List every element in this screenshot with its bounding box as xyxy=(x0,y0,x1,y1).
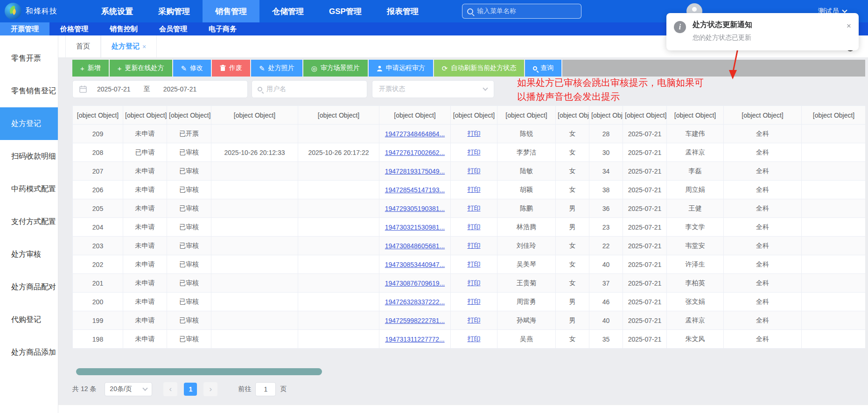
cell-remote-review: 未申请 xyxy=(123,311,167,330)
rx-number-link[interactable]: 194730853440947... xyxy=(385,261,445,268)
top-menu-item[interactable]: GSP管理 xyxy=(316,0,374,22)
username-input[interactable]: 用户名 xyxy=(252,80,367,98)
top-menu-item[interactable]: 销售管理 xyxy=(203,0,259,22)
tab-home[interactable]: 首页 xyxy=(65,35,101,57)
sidebar-item[interactable]: 中药模式配置 xyxy=(0,173,58,205)
tab-prescription-register[interactable]: 处方登记 × xyxy=(101,35,157,57)
sidebar-item[interactable]: 处方登记 xyxy=(0,107,58,140)
print-link[interactable]: 打印 xyxy=(468,260,481,268)
print-link[interactable]: 打印 xyxy=(468,186,481,193)
print-link[interactable]: 打印 xyxy=(468,167,481,175)
cell-audit-time xyxy=(298,162,379,181)
column-header: [object Object] xyxy=(73,106,123,125)
rx-photo-button[interactable]: ✎ 处方照片 xyxy=(251,60,302,77)
rx-number-link[interactable]: 194727348464864... xyxy=(385,130,445,138)
menu-search-input[interactable]: 输入菜单名称 xyxy=(462,4,581,19)
sidebar-item[interactable]: 处方审核 xyxy=(0,238,58,271)
rx-number-link[interactable]: 194730876709619... xyxy=(385,280,445,287)
invoice-status-select[interactable]: 开票状态 xyxy=(372,80,494,98)
sub-menu-item[interactable]: 电子商务 xyxy=(198,22,247,35)
print-link[interactable]: 打印 xyxy=(468,279,481,287)
scrollbar-thumb[interactable] xyxy=(76,368,322,375)
cell-sex: 女 xyxy=(556,255,589,274)
rx-number-link[interactable]: 194731311227772... xyxy=(385,336,444,343)
rx-number-link[interactable]: 194730848605681... xyxy=(385,242,445,250)
page-size-select[interactable]: 20条/页 xyxy=(105,382,152,396)
next-page-button[interactable]: › xyxy=(203,382,217,396)
close-icon[interactable]: × xyxy=(847,21,851,31)
sidebar-item[interactable]: 处方商品配对 xyxy=(0,271,58,303)
cell-apply-time: 2025-10-26 20:12:33 xyxy=(211,143,298,162)
sub-menu-item[interactable]: 价格管理 xyxy=(49,22,99,35)
top-menu-item[interactable]: 采购管理 xyxy=(146,0,203,22)
print-link[interactable]: 打印 xyxy=(468,148,481,156)
sidebar-item[interactable]: 扫码收款明细 xyxy=(0,140,58,173)
table-row[interactable]: 207 未申请 已审核 194728193175049... 打印 陆敏 女 3… xyxy=(73,162,866,181)
rx-number-link[interactable]: 194729305190381... xyxy=(385,205,445,212)
goto-page-input[interactable] xyxy=(255,382,276,396)
table-row[interactable]: 204 未申请 已审核 194730321530981... 打印 林浩腾 男 … xyxy=(73,218,866,237)
table-row[interactable]: 198 未申请 已审核 194731311227772... 打印 吴燕 女 3… xyxy=(73,330,866,349)
table-row[interactable]: 208 已申请 已审核 2025-10-26 20:12:33 2025-10-… xyxy=(73,143,866,162)
table-row[interactable]: 200 未申请 已审核 194726328337222... 打印 周雷勇 男 … xyxy=(73,293,866,311)
prev-page-button[interactable]: ‹ xyxy=(163,382,177,396)
print-link[interactable]: 打印 xyxy=(468,204,481,212)
notification-popup: i 处方状态更新通知 您的处方状态已更新 × xyxy=(666,13,859,50)
table-row[interactable]: 203 未申请 已审核 194730848605681... 打印 刘佳玲 女 … xyxy=(73,237,866,255)
cell-name: 吴美琴 xyxy=(497,255,556,274)
table-row[interactable]: 205 未申请 已审核 194729305190381... 打印 陈鹏 男 3… xyxy=(73,199,866,218)
sidebar-item[interactable]: 支付方式配置 xyxy=(0,205,58,238)
query-button[interactable]: 查询 xyxy=(525,60,561,77)
table-row[interactable]: 201 未申请 已审核 194730876709619... 打印 王贵菊 女 … xyxy=(73,274,866,293)
cell-sex: 女 xyxy=(556,237,589,255)
table-row[interactable]: 206 未申请 已审核 194728545147193... 打印 胡颖 女 3… xyxy=(73,181,866,199)
date-start-value[interactable]: 2025-07-21 xyxy=(97,85,131,93)
add-button[interactable]: + 新增 xyxy=(72,60,109,77)
table-row[interactable]: 199 未申请 已审核 194725998222781... 打印 孙斌海 男 … xyxy=(73,311,866,330)
print-link[interactable]: 打印 xyxy=(468,335,481,343)
cell-apply-time xyxy=(211,293,298,311)
edit-button[interactable]: ✎ 修改 xyxy=(173,60,211,77)
page-1-button[interactable]: 1 xyxy=(184,383,197,396)
rx-number-link[interactable]: 194726328337222... xyxy=(385,298,445,306)
cell-hospital xyxy=(802,330,866,349)
apply-remote-review-button[interactable]: 申请远程审方 xyxy=(369,60,433,77)
column-header: [object Object] xyxy=(451,106,497,125)
sub-menu-item[interactable]: 会员管理 xyxy=(148,22,198,35)
print-link[interactable]: 打印 xyxy=(468,242,481,249)
invoice-status-placeholder: 开票状态 xyxy=(379,85,405,93)
cell-department: 全科 xyxy=(724,199,802,218)
top-menu-item[interactable]: 报表管理 xyxy=(374,0,431,22)
cell-hospital xyxy=(802,311,866,330)
sidebar-item[interactable]: 处方商品添加 xyxy=(0,336,58,369)
review-scene-photo-button[interactable]: ◎ 审方场景照片 xyxy=(303,60,368,77)
print-link[interactable]: 打印 xyxy=(468,223,481,231)
cell-department: 全科 xyxy=(724,311,802,330)
cell-remote-review: 未申请 xyxy=(123,181,167,199)
date-end-value[interactable]: 2025-07-21 xyxy=(163,85,197,93)
print-link[interactable]: 打印 xyxy=(468,316,481,324)
table-row[interactable]: 202 未申请 已审核 194730853440947... 打印 吴美琴 女 … xyxy=(73,255,866,274)
top-menu-item[interactable]: 系统设置 xyxy=(89,0,146,22)
tab-close-icon[interactable]: × xyxy=(142,43,146,50)
column-header: [object Object] xyxy=(211,106,298,125)
rx-number-link[interactable]: 194728193175049... xyxy=(385,168,445,175)
print-link[interactable]: 打印 xyxy=(468,130,481,137)
rx-number-link[interactable]: 194725998222781... xyxy=(385,317,445,324)
sidebar-item[interactable]: 零售开票 xyxy=(0,42,58,75)
rx-number-link[interactable]: 194728545147193... xyxy=(385,186,445,194)
update-online-rx-button[interactable]: + 更新在线处方 xyxy=(110,60,172,77)
void-button[interactable]: 作废 xyxy=(212,60,250,77)
table-row[interactable]: 209 未申请 已开票 194727348464864... 打印 陈锐 女 2… xyxy=(73,125,866,143)
sidebar-item[interactable]: 代购登记 xyxy=(0,303,58,336)
sub-menu-item[interactable]: 销售控制 xyxy=(99,22,148,35)
auto-refresh-status-button[interactable]: ⟳ 自动刷新当前处方状态 xyxy=(434,60,525,77)
print-link[interactable]: 打印 xyxy=(468,298,481,305)
rx-number-link[interactable]: 194730321530981... xyxy=(385,224,445,231)
top-menu-item[interactable]: 仓储管理 xyxy=(259,0,316,22)
cell-age: 35 xyxy=(589,330,623,349)
rx-number-link[interactable]: 194727617002662... xyxy=(385,149,445,156)
sub-menu-item[interactable]: 开票管理 xyxy=(0,22,49,35)
sidebar-item[interactable]: 零售销售登记 xyxy=(0,75,58,107)
date-range-picker[interactable]: 2025-07-21 至 2025-07-21 xyxy=(72,80,248,98)
